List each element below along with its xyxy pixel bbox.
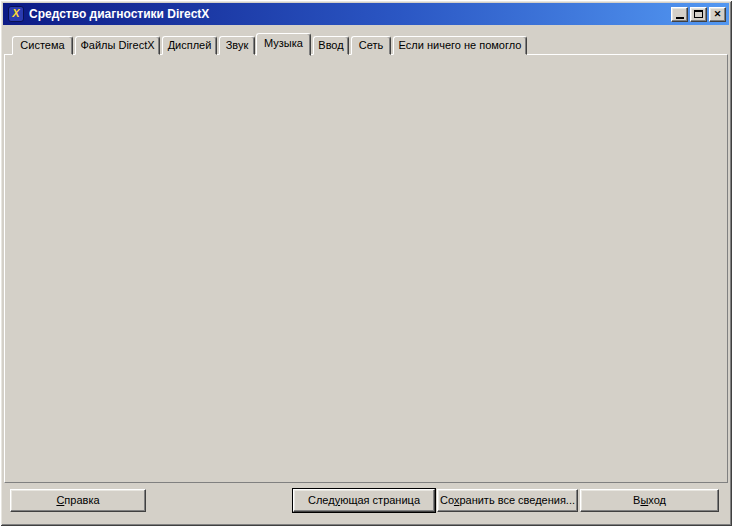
dxdiag-window: X Средство диагностики DirectX ✕ Система…	[0, 0, 732, 526]
tab-muzyka[interactable]: Музыка	[256, 33, 311, 56]
tab-vvod[interactable]: Ввод	[313, 36, 349, 55]
tab-displey[interactable]: Дисплей	[162, 36, 217, 55]
tab-page-music	[4, 54, 728, 483]
maximize-icon	[694, 10, 703, 18]
maximize-button[interactable]	[690, 7, 707, 22]
help-button[interactable]: Справка	[10, 489, 146, 512]
tab-faily-directx[interactable]: Файлы DirectX	[75, 36, 160, 55]
title-bar: X Средство диагностики DirectX ✕	[3, 3, 729, 25]
exit-button[interactable]: Выход	[580, 489, 719, 512]
minimize-button[interactable]	[671, 7, 688, 22]
next-page-button-label: ющая страница	[340, 494, 420, 506]
exit-button-label: ход	[648, 494, 666, 506]
save-all-info-button[interactable]: Сохранить все сведения...	[437, 489, 578, 512]
tab-zvuk[interactable]: Звук	[219, 36, 255, 55]
tab-sistema[interactable]: Система	[12, 36, 73, 55]
directx-app-icon: X	[8, 6, 24, 22]
window-controls: ✕	[671, 7, 726, 22]
help-button-label: правка	[64, 494, 99, 506]
tab-set[interactable]: Сеть	[351, 36, 391, 55]
window-title: Средство диагностики DirectX	[29, 7, 671, 21]
tab-esli-nichego-ne-pomoglo[interactable]: Если ничего не помогло	[393, 36, 527, 55]
close-icon: ✕	[710, 8, 725, 20]
close-button[interactable]: ✕	[709, 7, 726, 22]
save-all-info-button-label: ранить все сведения...	[459, 494, 575, 506]
minimize-icon	[676, 17, 684, 19]
next-page-button[interactable]: Следующая страница	[293, 489, 435, 512]
